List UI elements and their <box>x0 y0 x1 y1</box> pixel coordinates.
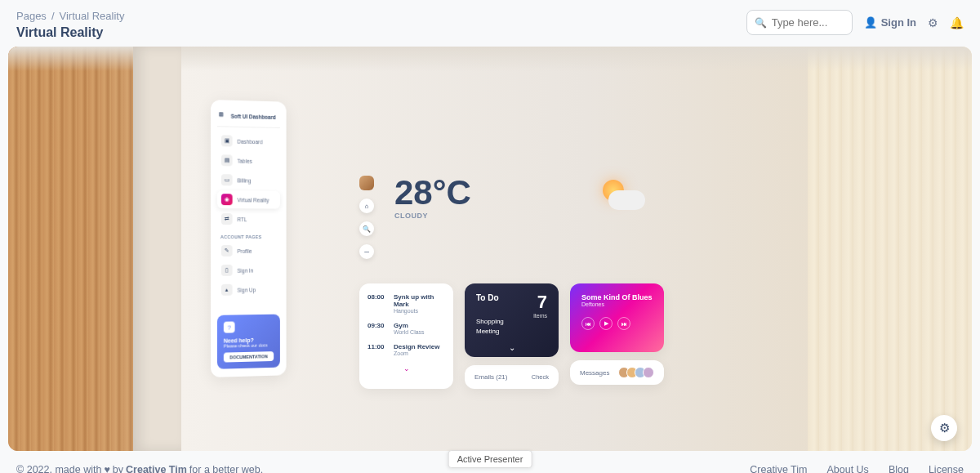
next-button[interactable]: ⏭ <box>617 317 630 330</box>
emails-card[interactable]: Emails (21) Check <box>465 365 559 389</box>
sidebar-item-dashboard[interactable]: ▣Dashboard <box>217 132 280 150</box>
hero-background: ⊞ Soft UI Dashboard ▣Dashboard ▤Tables ▭… <box>8 47 972 451</box>
weather-icon <box>588 176 645 216</box>
sidebar-brand: ⊞ Soft UI Dashboard <box>217 108 280 128</box>
breadcrumb-current: Virtual Reality <box>60 10 125 22</box>
rocket-icon: ▴ <box>221 284 233 296</box>
chevron-down-icon[interactable]: ⌄ <box>509 343 515 352</box>
sidebar-item-billing[interactable]: ▭Billing <box>217 171 280 190</box>
sidebar-section-label: ACCOUNT PAGES <box>217 230 280 242</box>
vr-icon: ◉ <box>221 194 233 205</box>
author-link[interactable]: Creative Tim <box>126 464 187 473</box>
store-icon: ▣ <box>221 135 233 146</box>
footer-link[interactable]: License <box>929 464 964 473</box>
todo-item: Meeting <box>476 327 547 337</box>
home-button[interactable]: ⌂ <box>359 199 374 213</box>
settings-fab[interactable]: ⚙ <box>931 415 957 441</box>
mini-sidebar: ⊞ Soft UI Dashboard ▣Dashboard ▤Tables ▭… <box>211 100 287 377</box>
gear-icon[interactable]: ⚙ <box>928 16 938 29</box>
schedule-card: 08:00 Synk up with MarkHangouts 09:30 Gy… <box>359 283 453 389</box>
profile-icon: ✎ <box>221 245 233 257</box>
sidebar-item-rtl[interactable]: ⇄RTL <box>217 210 280 228</box>
sidebar-item-tables[interactable]: ▤Tables <box>217 151 280 170</box>
search-box: 🔍 <box>746 10 853 35</box>
heart-icon: ♥ <box>104 464 109 473</box>
weather-condition: CLOUDY <box>394 212 471 220</box>
footer-link[interactable]: Creative Tim <box>750 464 807 473</box>
temperature: 28°C <box>394 176 471 210</box>
prev-button[interactable]: ⏮ <box>581 317 595 330</box>
schedule-item[interactable]: 09:30 GymWorld Class <box>368 322 445 335</box>
search-icon: 🔍 <box>755 17 767 29</box>
page-title: Virtual Reality <box>16 25 124 40</box>
search-button[interactable]: 🔍 <box>359 221 374 236</box>
user-icon: 👤 <box>864 16 877 29</box>
doc-icon: ▯ <box>221 265 233 276</box>
documentation-button[interactable]: DOCUMENTATION <box>224 351 274 362</box>
avatar <box>643 367 654 378</box>
footer-link[interactable]: Blog <box>889 464 909 473</box>
brand-icon: ⊞ <box>219 111 227 119</box>
breadcrumb-root[interactable]: Pages <box>16 10 47 22</box>
chevron-down-icon[interactable]: ⌄ <box>368 364 445 373</box>
bell-icon[interactable]: 🔔 <box>950 16 964 29</box>
sidebar-item-vr[interactable]: ◉Virtual Reality <box>217 190 280 208</box>
help-icon: ? <box>224 321 235 332</box>
breadcrumb: Pages / Virtual Reality <box>16 10 124 22</box>
sidebar-item-signin[interactable]: ▯Sign In <box>217 261 280 279</box>
card-icon: ▭ <box>221 174 233 185</box>
avatar[interactable] <box>359 176 374 190</box>
footer-link[interactable]: About Us <box>826 464 868 473</box>
message-avatars <box>621 367 654 378</box>
rtl-icon: ⇄ <box>221 213 233 225</box>
signin-link[interactable]: 👤 Sign In <box>864 16 916 29</box>
play-button[interactable]: ▶ <box>599 317 612 330</box>
todo-card[interactable]: To Do 7 items Shopping Meeting ⌄ <box>465 283 559 357</box>
table-icon: ▤ <box>221 154 233 166</box>
messages-card[interactable]: Messages <box>570 360 664 385</box>
sidebar-item-signup[interactable]: ▴Sign Up <box>217 280 280 299</box>
schedule-item[interactable]: 11:00 Design ReviewZoom <box>368 343 445 356</box>
help-card: ? Need help? Please check our docs DOCUM… <box>217 315 280 369</box>
sidebar-item-profile[interactable]: ✎Profile <box>217 242 280 260</box>
active-presenter-badge: Active Presenter <box>448 450 532 468</box>
check-link[interactable]: Check <box>532 373 549 381</box>
footer-copyright: © 2022, made with ♥ by Creative Tim for … <box>16 464 263 473</box>
minimize-button[interactable]: ─ <box>359 244 374 259</box>
music-card: Some Kind Of Blues Deftones ⏮ ▶ ⏭ <box>570 283 664 352</box>
todo-count: 7 <box>537 292 547 313</box>
schedule-item[interactable]: 08:00 Synk up with MarkHangouts <box>368 293 445 314</box>
